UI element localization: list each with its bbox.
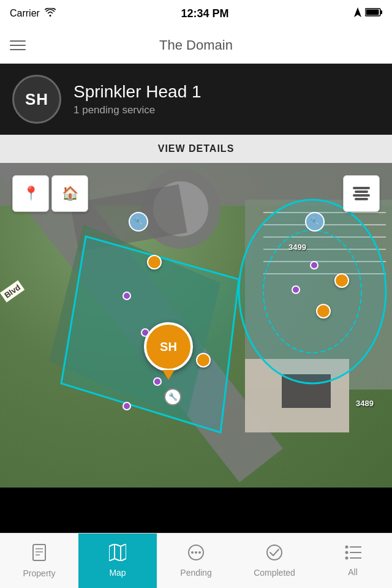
map-area[interactable]: Blvd 3499 3489 🔧 🔧 SH 🔧 📍 🏠 <box>0 163 392 488</box>
tab-property[interactable]: Property <box>0 533 78 588</box>
battery-icon <box>365 8 382 19</box>
avatar-text: SH <box>25 90 48 109</box>
svg-point-20 <box>345 551 349 554</box>
purple-dot-4 <box>123 402 131 410</box>
completed-tab-label: Completed <box>254 568 295 578</box>
nav-title: The Domain <box>159 37 233 53</box>
zone-dot-1[interactable] <box>147 255 162 270</box>
location-pin-icon: 📍 <box>23 186 39 202</box>
location-icon <box>354 7 361 20</box>
status-bar-left: Carrier <box>10 8 56 19</box>
svg-point-17 <box>198 551 201 554</box>
nav-bar: The Domain <box>0 27 392 64</box>
svg-point-19 <box>345 546 349 549</box>
header-card: SH Sprinkler Head 1 1 pending service <box>0 64 392 135</box>
status-bar-time: 12:34 PM <box>181 7 228 20</box>
maintenance-dot-2[interactable]: 🔧 <box>305 212 325 232</box>
svg-point-15 <box>191 551 194 554</box>
pin-tail <box>162 370 175 380</box>
property-tab-label: Property <box>23 568 56 578</box>
svg-point-16 <box>195 551 197 554</box>
purple-dot-6 <box>292 285 300 294</box>
map-buttons-left: 📍 🏠 <box>12 175 88 212</box>
svg-point-21 <box>345 557 349 560</box>
status-bar: Carrier 12:34 PM <box>0 0 392 27</box>
wifi-icon <box>45 8 56 19</box>
purple-dot-5 <box>310 261 318 270</box>
home-icon: 🏠 <box>62 186 78 202</box>
svg-marker-11 <box>109 544 126 561</box>
view-details-label: VIEW DETAILS <box>158 143 235 154</box>
all-icon <box>344 545 361 565</box>
home-button[interactable]: 🏠 <box>51 175 88 212</box>
property-icon <box>31 543 47 566</box>
purple-dot-1 <box>123 292 131 300</box>
tab-completed[interactable]: Completed <box>235 533 314 588</box>
layers-button[interactable] <box>343 175 380 212</box>
header-info: Sprinkler Head 1 1 pending service <box>74 82 202 116</box>
building-dark <box>282 374 331 408</box>
pin-label[interactable]: SH <box>144 322 193 371</box>
svg-point-18 <box>267 545 282 560</box>
svg-rect-7 <box>33 545 45 560</box>
parking-lines <box>263 212 386 285</box>
menu-button[interactable] <box>10 40 26 50</box>
address-3499: 3499 <box>288 243 306 252</box>
address-3489: 3489 <box>356 399 374 408</box>
pending-service-label: 1 pending service <box>74 104 202 116</box>
view-details-bar[interactable]: VIEW DETAILS <box>0 135 392 163</box>
map-tab-label: Map <box>109 568 126 578</box>
sh-pin[interactable]: SH <box>144 322 193 380</box>
zone-dot-3[interactable] <box>196 353 211 368</box>
pending-tab-label: Pending <box>180 568 211 578</box>
svg-marker-0 <box>354 7 361 17</box>
map-icon <box>109 544 126 565</box>
zone-dot-4[interactable] <box>334 273 349 288</box>
pending-icon <box>187 544 205 565</box>
svg-rect-3 <box>366 10 379 15</box>
tab-map[interactable]: Map <box>78 533 157 588</box>
all-tab-label: All <box>348 567 358 577</box>
small-tool-pin[interactable]: 🔧 <box>164 388 181 405</box>
status-bar-right <box>354 7 382 20</box>
carrier-label: Carrier <box>10 8 40 19</box>
maintenance-dot-1[interactable]: 🔧 <box>129 212 148 232</box>
tab-pending[interactable]: Pending <box>157 533 235 588</box>
location-button[interactable]: 📍 <box>12 175 49 212</box>
svg-rect-2 <box>380 10 382 14</box>
avatar: SH <box>12 75 61 124</box>
asset-title: Sprinkler Head 1 <box>74 82 202 102</box>
tab-all[interactable]: All <box>314 533 392 588</box>
layers-icon <box>353 187 370 200</box>
tab-bar: Property Map Pending <box>0 533 392 588</box>
zone-dot-2[interactable] <box>316 304 331 318</box>
completed-icon <box>266 544 283 565</box>
